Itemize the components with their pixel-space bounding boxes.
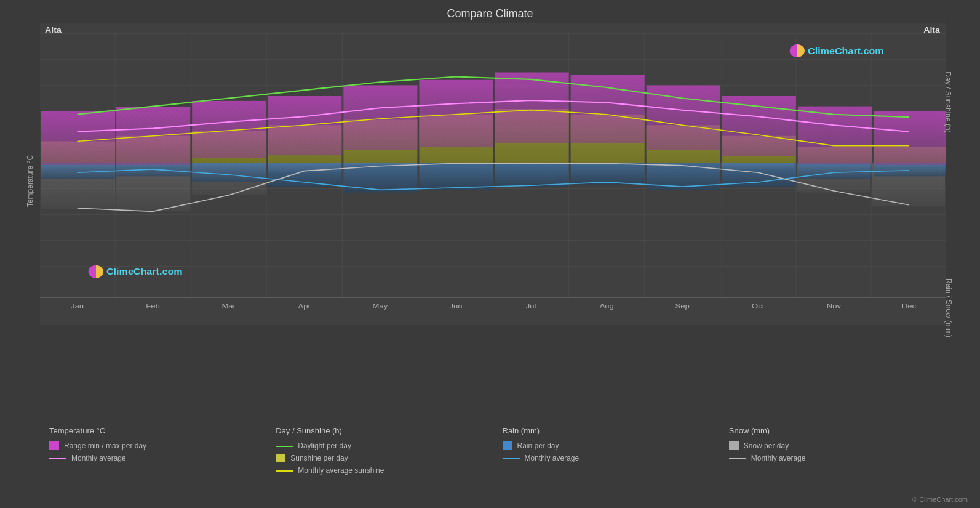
svg-rect-53 (192, 163, 266, 182)
svg-text:Dec: Dec (902, 302, 916, 310)
svg-rect-78 (268, 96, 341, 155)
rain-day-swatch (503, 441, 512, 450)
main-chart-svg: 50 40 30 20 10 0 -10 -20 -30 -40 -50 24 … (40, 23, 946, 325)
svg-text:Sep: Sep (675, 302, 690, 310)
legend-rain: Rain (mm) Rain per day Monthly average (503, 426, 729, 503)
temp-avg-swatch (49, 458, 66, 459)
right-axis-sunshine-label: Day / Sunshine (h) (943, 71, 952, 132)
right-axis-rain-label: Rain / Snow (mm) (944, 278, 953, 337)
svg-text:Nov: Nov (827, 302, 842, 310)
legend-temp-avg-label: Monthly average (71, 454, 126, 462)
svg-text:Apr: Apr (298, 302, 311, 310)
svg-rect-61 (798, 163, 872, 179)
svg-text:Oct: Oct (752, 302, 765, 310)
legend-snow-avg: Monthly average (729, 454, 955, 462)
legend-daylight-label: Daylight per day (298, 441, 351, 450)
sunshine-avg-swatch (276, 470, 293, 472)
legend-rain-avg-label: Monthly average (525, 454, 580, 462)
sunshine-day-swatch (276, 454, 285, 462)
legend-sunshine-day-label: Sunshine per day (290, 454, 348, 462)
svg-text:Jul: Jul (526, 302, 536, 310)
svg-text:Alta: Alta (923, 26, 940, 34)
svg-rect-54 (268, 163, 341, 187)
legend-rain-title: Rain (mm) (503, 426, 729, 435)
legend-snow-day: Snow per day (729, 441, 955, 450)
svg-rect-58 (571, 163, 645, 185)
legend-snow: Snow (mm) Snow per day Monthly average (729, 426, 955, 503)
rain-avg-swatch (503, 458, 520, 459)
daylight-swatch (276, 446, 293, 447)
legend-rain-avg: Monthly average (503, 454, 729, 462)
svg-rect-81 (495, 73, 569, 144)
svg-rect-80 (419, 80, 493, 147)
legend-temp-range-label: Range min / max per day (64, 441, 146, 450)
svg-rect-57 (495, 163, 569, 187)
svg-text:Aug: Aug (599, 302, 614, 310)
svg-rect-56 (419, 163, 493, 190)
legend-temp-title: Temperature °C (49, 426, 276, 435)
svg-rect-59 (647, 163, 720, 190)
svg-point-103 (790, 44, 805, 57)
legend-rain-day-label: Rain per day (517, 441, 559, 450)
legend-snow-day-label: Snow per day (744, 441, 789, 450)
legend-snow-avg-label: Monthly average (751, 454, 806, 462)
svg-text:Alta: Alta (45, 26, 62, 34)
legend-snow-title: Snow (mm) (729, 426, 955, 435)
legend-temperature: Temperature °C Range min / max per day M… (49, 426, 276, 503)
copyright-text: © ClimeChart.com (912, 496, 968, 503)
legend-sunshine-title: Day / Sunshine (h) (276, 426, 502, 435)
snow-day-swatch (729, 441, 739, 450)
legend-area: Temperature °C Range min / max per day M… (0, 419, 980, 508)
temp-range-swatch (49, 441, 59, 450)
svg-text:ClimeChart.com: ClimeChart.com (808, 46, 884, 56)
snow-avg-swatch (729, 458, 746, 459)
legend-sunshine-avg-label: Monthly average sunshine (298, 466, 384, 475)
svg-text:Jun: Jun (449, 302, 462, 310)
svg-text:Feb: Feb (146, 302, 160, 310)
page-wrapper: Compare Climate Temperature °C Day / Sun… (0, 0, 980, 508)
legend-sunshine: Day / Sunshine (h) Daylight per day Suns… (276, 426, 502, 503)
svg-rect-77 (192, 101, 266, 158)
svg-text:Jan: Jan (71, 302, 84, 310)
svg-text:ClimeChart.com: ClimeChart.com (106, 267, 183, 277)
left-axis-label: Temperature °C (26, 155, 34, 207)
svg-rect-75 (41, 111, 115, 166)
legend-sunshine-day: Sunshine per day (276, 454, 502, 462)
legend-sunshine-avg: Monthly average sunshine (276, 466, 502, 475)
chart-title: Compare Climate (0, 0, 980, 23)
svg-rect-86 (874, 111, 946, 166)
legend-temp-range: Range min / max per day (49, 441, 276, 450)
svg-text:Mar: Mar (221, 302, 236, 310)
legend-rain-day: Rain per day (503, 441, 729, 450)
svg-point-107 (89, 265, 103, 278)
svg-rect-84 (722, 96, 796, 156)
legend-temp-avg: Monthly average (49, 454, 276, 462)
legend-daylight: Daylight per day (276, 441, 502, 450)
svg-text:May: May (373, 302, 389, 310)
